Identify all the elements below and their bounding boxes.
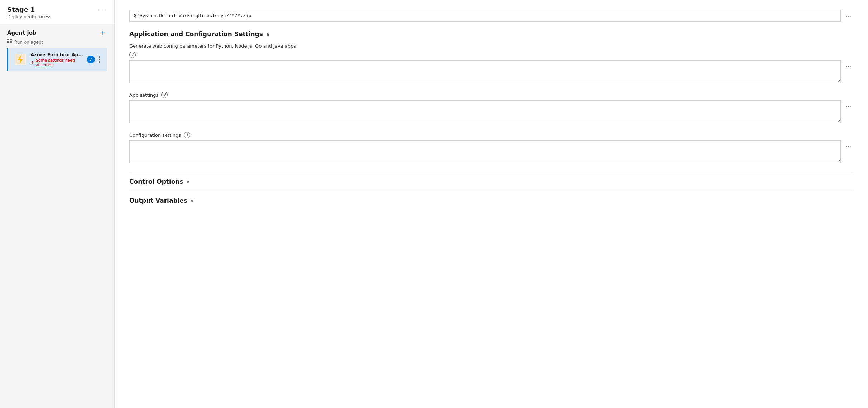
svg-rect-1 (7, 41, 9, 42)
config-settings-label: Configuration settings i (129, 132, 854, 138)
control-options-header[interactable]: Control Options ∨ (129, 178, 854, 185)
app-settings-textarea-row: ··· (129, 100, 854, 123)
path-more-button[interactable]: ··· (844, 12, 854, 21)
config-settings-info-icon: i (184, 132, 190, 138)
app-settings-more-button[interactable]: ··· (844, 102, 854, 111)
output-variables-chevron-icon: ∨ (190, 198, 194, 203)
web-config-textarea[interactable] (129, 60, 841, 83)
app-settings-field-group: App settings i ··· (129, 92, 854, 123)
output-variables-header[interactable]: Output Variables ∨ (129, 197, 854, 204)
task-item-azure-function-deploy[interactable]: Azure Function App Deploy: ⚠ Some settin… (7, 48, 107, 71)
app-config-section-header: Application and Configuration Settings ∧ (129, 30, 854, 38)
task-warning-text: Some settings need attention (36, 58, 83, 67)
agent-job-grid-icon (7, 39, 12, 45)
config-settings-field-group: Configuration settings i ··· (129, 132, 854, 163)
agent-job-section: Agent job + Run on agent (0, 24, 114, 75)
svg-rect-3 (10, 39, 12, 40)
stage-info: Stage 1 Deployment process (7, 6, 51, 19)
right-content: ··· Application and Configuration Settin… (115, 0, 868, 221)
app-config-title-text: Application and Configuration Settings (129, 30, 263, 38)
web-config-description-text: Generate web.config parameters for Pytho… (129, 43, 296, 49)
output-variables-section: Output Variables ∨ (129, 191, 854, 204)
agent-job-subtitle: Run on agent (7, 39, 107, 45)
control-options-title: Control Options (129, 178, 183, 185)
add-task-button[interactable]: + (99, 28, 107, 38)
task-name: Azure Function App Deploy: (30, 52, 83, 57)
control-options-chevron-icon: ∨ (186, 179, 190, 184)
output-variables-title: Output Variables (129, 197, 187, 204)
app-settings-info-icon: i (161, 92, 168, 98)
web-config-info-row: i (129, 52, 854, 58)
app-settings-label: App settings i (129, 92, 854, 98)
task-info: Azure Function App Deploy: ⚠ Some settin… (30, 52, 83, 67)
path-input[interactable] (129, 10, 841, 22)
config-settings-more-button[interactable]: ··· (844, 142, 854, 151)
svg-rect-5 (10, 42, 12, 43)
agent-job-run-label: Run on agent (14, 40, 43, 45)
web-config-description: Generate web.config parameters for Pytho… (129, 43, 854, 49)
left-panel: Stage 1 Deployment process ··· Agent job… (0, 0, 115, 408)
config-settings-textarea-row: ··· (129, 140, 854, 163)
stage-header: Stage 1 Deployment process ··· (0, 0, 114, 24)
task-check-icon: ✓ (87, 56, 95, 63)
web-config-more-button[interactable]: ··· (844, 62, 854, 71)
app-settings-textarea[interactable] (129, 100, 841, 123)
warning-circle-icon: ⚠ (30, 60, 34, 65)
control-options-section: Control Options ∨ (129, 172, 854, 185)
svg-rect-2 (7, 42, 9, 43)
stage-more-button[interactable]: ··· (96, 6, 107, 14)
config-settings-label-text: Configuration settings (129, 133, 181, 138)
task-more-button[interactable] (97, 56, 101, 63)
path-input-row: ··· (129, 7, 854, 22)
web-config-field-group: Generate web.config parameters for Pytho… (129, 43, 854, 83)
app-config-section-title: Application and Configuration Settings ∧ (129, 30, 270, 38)
svg-rect-0 (7, 39, 9, 40)
svg-rect-4 (10, 41, 12, 42)
app-settings-label-text: App settings (129, 92, 158, 98)
stage-subtitle: Deployment process (7, 14, 51, 19)
task-warning: ⚠ Some settings need attention (30, 58, 83, 67)
task-actions: ✓ (87, 56, 101, 63)
right-panel: ··· Application and Configuration Settin… (115, 0, 868, 408)
app-config-chevron-icon[interactable]: ∧ (266, 31, 270, 37)
agent-job-header: Agent job + (7, 28, 107, 38)
agent-job-title: Agent job (7, 30, 37, 36)
stage-title: Stage 1 (7, 6, 51, 14)
web-config-info-icon: i (129, 52, 136, 58)
config-settings-textarea[interactable] (129, 140, 841, 163)
azure-function-icon (14, 53, 27, 66)
web-config-textarea-row: ··· (129, 60, 854, 83)
